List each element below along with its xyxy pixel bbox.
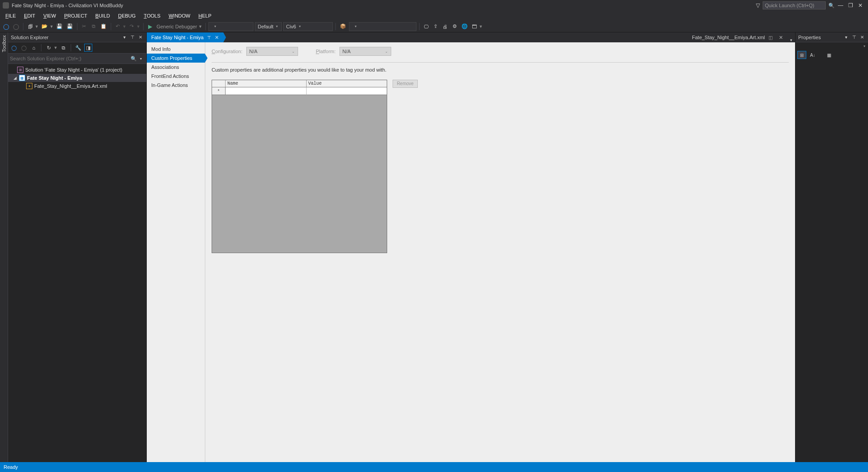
platform-select-editor[interactable]: N/A⌄ [339, 47, 391, 56]
menu-bar: FILE EDIT VIEW PROJECT BUILD DEBUG TOOLS… [0, 11, 868, 21]
launch-select[interactable]: ▾ [349, 22, 416, 31]
solution-explorer-panel: Solution Explorer ▾ ⊤ ✕ ◯ ◯ ⌂ ↻ ▼ ⧉ 🔧 ◨ … [8, 32, 147, 462]
config-select[interactable]: Default▾ [255, 22, 282, 31]
solution-explorer-header: Solution Explorer ▾ ⊤ ✕ [8, 32, 146, 42]
new-project-icon[interactable]: 🗐 [26, 22, 34, 31]
find-select[interactable]: ▾ [208, 22, 253, 31]
se-sync-icon[interactable]: ↻ [45, 44, 53, 52]
close-window-button[interactable]: ✕ [855, 0, 865, 10]
tool-icon-1[interactable]: 🖵 [422, 22, 430, 31]
platform-select[interactable]: Civ6▾ [283, 22, 333, 31]
solution-node[interactable]: ⊞ Solution 'Fate Stay Night - Emiya' (1 … [8, 66, 146, 74]
menu-window[interactable]: WINDOW [165, 12, 194, 19]
file-label: Fate_Stay_Night__Emiya.Art.xml [34, 83, 107, 89]
expander-icon[interactable]: ◢ [13, 76, 17, 80]
se-back-icon[interactable]: ◯ [10, 44, 18, 52]
solution-search-row: 🔍 ▾ [8, 53, 146, 64]
menu-debug[interactable]: DEBUG [114, 12, 139, 19]
save-all-icon[interactable]: 💾 [65, 22, 74, 31]
se-preview-icon[interactable]: ◨ [84, 44, 92, 52]
tab-inactive-close-icon[interactable]: ✕ [779, 35, 783, 41]
nav-back-button[interactable]: ◯ [2, 22, 10, 31]
solution-search-dropdown[interactable]: ▾ [137, 57, 145, 61]
tool-icon-4[interactable]: ⚙ [451, 22, 459, 31]
title-bar: Fate Stay Night - Emiya - Civilization V… [0, 0, 868, 11]
grid-cell-name[interactable] [226, 87, 307, 95]
quick-launch-input[interactable]: Quick Launch (Ctrl+Q) [763, 1, 826, 9]
editor-area: Fate Stay Night - Emiya ⊤ ✕ Fate_Stay_Ni… [147, 32, 795, 462]
file-node[interactable]: ✦ Fate_Stay_Night__Emiya.Art.xml [8, 82, 146, 90]
funnel-icon[interactable]: ▽ [755, 2, 761, 9]
prop-alphabetical-icon[interactable]: A↓ [808, 51, 817, 59]
se-home-icon[interactable]: ⌂ [30, 44, 38, 52]
tab-close-icon[interactable]: ✕ [215, 35, 219, 41]
minimize-button[interactable]: — [836, 0, 845, 10]
nav-ingame-actions[interactable]: In-Game Actions [147, 81, 205, 90]
maximize-button[interactable]: ❐ [845, 0, 855, 10]
panel-dropdown-icon[interactable]: ▾ [121, 34, 127, 41]
menu-project[interactable]: PROJECT [60, 12, 90, 19]
menu-build[interactable]: BUILD [92, 12, 113, 19]
menu-file[interactable]: FILE [2, 12, 19, 19]
start-debug-button: ▶ [146, 22, 154, 31]
tool-icon-3[interactable]: 🖨 [441, 22, 449, 31]
nav-mod-info[interactable]: Mod Info [147, 45, 205, 54]
nav-custom-properties[interactable]: Custom Properties [147, 54, 205, 63]
prop-object-dropdown[interactable]: ▾ [863, 44, 865, 48]
tab-inactive[interactable]: Fate_Stay_Night__Emiya.Art.xml ◫ ✕ [687, 32, 787, 42]
save-icon[interactable]: 💾 [55, 22, 64, 31]
app-icon [3, 2, 9, 9]
tab-active[interactable]: Fate Stay Night - Emiya ⊤ ✕ [147, 32, 223, 42]
solution-search-icon[interactable]: 🔍 [130, 56, 137, 62]
platform-value-editor: N/A [343, 49, 351, 54]
grid-col-value[interactable]: Value [307, 80, 387, 87]
copy-icon: ⧉ [90, 22, 98, 31]
tool-icon-2[interactable]: ⇪ [432, 22, 440, 31]
menu-tools[interactable]: TOOLS [140, 12, 164, 19]
prop-categorized-icon[interactable]: ⊞ [797, 51, 806, 59]
solution-search-input[interactable] [10, 56, 130, 61]
editor-sidenav: Mod Info Custom Properties Associations … [147, 42, 205, 462]
tool-icon-6[interactable]: 🗔 [470, 22, 479, 31]
status-bar: Ready [0, 462, 868, 472]
solution-label: Solution 'Fate Stay Night - Emiya' (1 pr… [25, 67, 122, 73]
solution-icon: ⊞ [17, 67, 23, 73]
tool-icon-5[interactable]: 🌐 [460, 22, 469, 31]
toolbox-tab[interactable]: Toolbox [0, 32, 8, 462]
panel-pin-icon[interactable]: ⊤ [129, 34, 136, 41]
configuration-select[interactable]: N/A⌄ [246, 47, 298, 56]
prop-pin-icon[interactable]: ⊤ [851, 34, 857, 41]
project-node[interactable]: ◢ ▦ Fate Stay Night - Emiya [8, 74, 146, 82]
panel-close-icon[interactable]: ✕ [137, 34, 144, 41]
menu-help[interactable]: HELP [195, 12, 215, 19]
grid-col-name[interactable]: Name [226, 80, 307, 87]
open-file-icon[interactable]: 📂 [40, 22, 49, 31]
tab-active-label: Fate Stay Night - Emiya [151, 35, 203, 40]
tab-inactive-label: Fate_Stay_Night__Emiya.Art.xml [692, 35, 765, 40]
menu-view[interactable]: VIEW [40, 12, 59, 19]
grid-new-row[interactable]: * [212, 87, 387, 95]
toolbox-label: Toolbox [1, 35, 7, 52]
nav-associations[interactable]: Associations [147, 63, 205, 72]
package-icon[interactable]: 📦 [339, 22, 348, 31]
prop-dropdown-icon[interactable]: ▾ [843, 34, 849, 41]
prop-pages-icon[interactable]: ▦ [824, 51, 833, 59]
tab-dropdown-icon[interactable]: ▾ [790, 38, 792, 42]
grid-cell-value[interactable] [307, 87, 387, 95]
tab-pin-icon[interactable]: ⊤ [207, 35, 211, 40]
tab-preview-icon[interactable]: ◫ [769, 35, 773, 40]
main-toolbar: ◯ ◯ 🗐 ▼ 📂 ▼ 💾 💾 ✂ ⧉ 📋 ↶ ▼ ↷ ▼ ▶ Generic … [0, 21, 868, 32]
se-refresh-icon[interactable]: ⧉ [59, 44, 68, 52]
debugger-select-label[interactable]: Generic Debugger [156, 24, 198, 29]
solution-explorer-title: Solution Explorer [11, 35, 119, 40]
file-icon: ✦ [26, 83, 32, 89]
status-text: Ready [4, 464, 18, 470]
se-properties-icon[interactable]: 🔧 [74, 44, 82, 52]
paste-icon: 📋 [99, 22, 108, 31]
properties-grid[interactable]: Name Value * [212, 80, 387, 253]
prop-close-icon[interactable]: ✕ [859, 34, 865, 41]
remove-button: Remove [393, 80, 418, 88]
search-icon[interactable]: 🔍 [827, 1, 836, 9]
nav-frontend-actions[interactable]: FrontEnd Actions [147, 72, 205, 81]
menu-edit[interactable]: EDIT [20, 12, 39, 19]
